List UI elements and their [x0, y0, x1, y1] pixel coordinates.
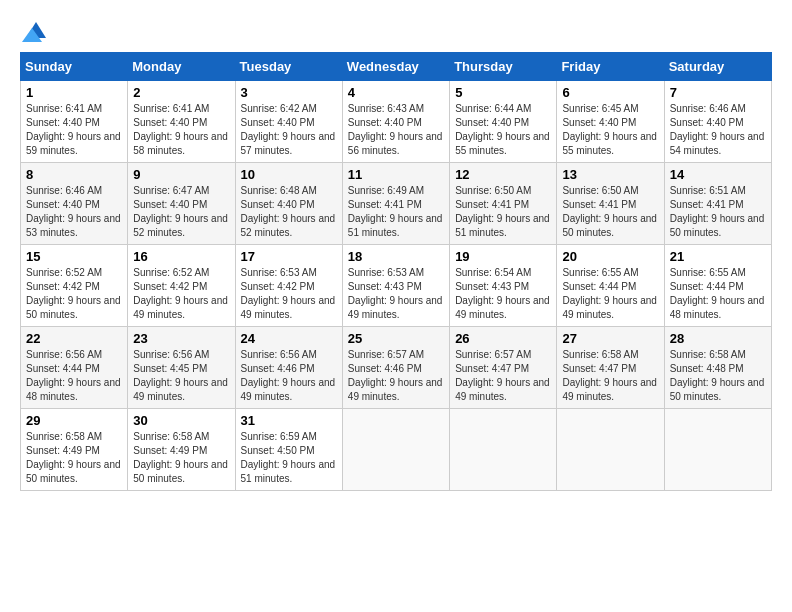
day-number: 23: [133, 331, 229, 346]
day-number: 18: [348, 249, 444, 264]
calendar-header-row: SundayMondayTuesdayWednesdayThursdayFrid…: [21, 53, 772, 81]
calendar-cell: 31 Sunrise: 6:59 AM Sunset: 4:50 PM Dayl…: [235, 409, 342, 491]
day-info: Sunrise: 6:52 AM Sunset: 4:42 PM Dayligh…: [133, 266, 229, 322]
calendar-cell: 1 Sunrise: 6:41 AM Sunset: 4:40 PM Dayli…: [21, 81, 128, 163]
calendar-cell: 21 Sunrise: 6:55 AM Sunset: 4:44 PM Dayl…: [664, 245, 771, 327]
day-number: 2: [133, 85, 229, 100]
day-info: Sunrise: 6:56 AM Sunset: 4:45 PM Dayligh…: [133, 348, 229, 404]
calendar-cell: 8 Sunrise: 6:46 AM Sunset: 4:40 PM Dayli…: [21, 163, 128, 245]
day-number: 6: [562, 85, 658, 100]
logo-arrow-icon: [22, 20, 50, 42]
day-number: 19: [455, 249, 551, 264]
calendar-week-row: 29 Sunrise: 6:58 AM Sunset: 4:49 PM Dayl…: [21, 409, 772, 491]
day-info: Sunrise: 6:55 AM Sunset: 4:44 PM Dayligh…: [562, 266, 658, 322]
calendar-week-row: 8 Sunrise: 6:46 AM Sunset: 4:40 PM Dayli…: [21, 163, 772, 245]
calendar-cell: 17 Sunrise: 6:53 AM Sunset: 4:42 PM Dayl…: [235, 245, 342, 327]
day-info: Sunrise: 6:53 AM Sunset: 4:43 PM Dayligh…: [348, 266, 444, 322]
day-info: Sunrise: 6:42 AM Sunset: 4:40 PM Dayligh…: [241, 102, 337, 158]
day-header-wednesday: Wednesday: [342, 53, 449, 81]
calendar-cell: [664, 409, 771, 491]
day-info: Sunrise: 6:46 AM Sunset: 4:40 PM Dayligh…: [26, 184, 122, 240]
calendar-cell: 25 Sunrise: 6:57 AM Sunset: 4:46 PM Dayl…: [342, 327, 449, 409]
calendar-cell: 24 Sunrise: 6:56 AM Sunset: 4:46 PM Dayl…: [235, 327, 342, 409]
day-header-tuesday: Tuesday: [235, 53, 342, 81]
calendar-week-row: 22 Sunrise: 6:56 AM Sunset: 4:44 PM Dayl…: [21, 327, 772, 409]
day-info: Sunrise: 6:52 AM Sunset: 4:42 PM Dayligh…: [26, 266, 122, 322]
day-number: 7: [670, 85, 766, 100]
day-number: 20: [562, 249, 658, 264]
day-info: Sunrise: 6:47 AM Sunset: 4:40 PM Dayligh…: [133, 184, 229, 240]
day-number: 29: [26, 413, 122, 428]
calendar-cell: 30 Sunrise: 6:58 AM Sunset: 4:49 PM Dayl…: [128, 409, 235, 491]
calendar-cell: 2 Sunrise: 6:41 AM Sunset: 4:40 PM Dayli…: [128, 81, 235, 163]
day-info: Sunrise: 6:59 AM Sunset: 4:50 PM Dayligh…: [241, 430, 337, 486]
calendar-cell: 23 Sunrise: 6:56 AM Sunset: 4:45 PM Dayl…: [128, 327, 235, 409]
day-number: 24: [241, 331, 337, 346]
calendar-cell: 5 Sunrise: 6:44 AM Sunset: 4:40 PM Dayli…: [450, 81, 557, 163]
calendar-cell: 13 Sunrise: 6:50 AM Sunset: 4:41 PM Dayl…: [557, 163, 664, 245]
day-info: Sunrise: 6:56 AM Sunset: 4:44 PM Dayligh…: [26, 348, 122, 404]
day-header-saturday: Saturday: [664, 53, 771, 81]
calendar-cell: 26 Sunrise: 6:57 AM Sunset: 4:47 PM Dayl…: [450, 327, 557, 409]
day-info: Sunrise: 6:57 AM Sunset: 4:47 PM Dayligh…: [455, 348, 551, 404]
calendar-table: SundayMondayTuesdayWednesdayThursdayFrid…: [20, 52, 772, 491]
day-number: 4: [348, 85, 444, 100]
day-number: 13: [562, 167, 658, 182]
day-number: 11: [348, 167, 444, 182]
day-info: Sunrise: 6:45 AM Sunset: 4:40 PM Dayligh…: [562, 102, 658, 158]
calendar-week-row: 1 Sunrise: 6:41 AM Sunset: 4:40 PM Dayli…: [21, 81, 772, 163]
day-number: 1: [26, 85, 122, 100]
day-number: 30: [133, 413, 229, 428]
calendar-cell: [342, 409, 449, 491]
calendar-cell: 7 Sunrise: 6:46 AM Sunset: 4:40 PM Dayli…: [664, 81, 771, 163]
day-header-monday: Monday: [128, 53, 235, 81]
calendar-cell: 28 Sunrise: 6:58 AM Sunset: 4:48 PM Dayl…: [664, 327, 771, 409]
calendar-cell: 3 Sunrise: 6:42 AM Sunset: 4:40 PM Dayli…: [235, 81, 342, 163]
calendar-cell: [450, 409, 557, 491]
day-number: 14: [670, 167, 766, 182]
day-info: Sunrise: 6:56 AM Sunset: 4:46 PM Dayligh…: [241, 348, 337, 404]
day-number: 31: [241, 413, 337, 428]
calendar-cell: 29 Sunrise: 6:58 AM Sunset: 4:49 PM Dayl…: [21, 409, 128, 491]
calendar-cell: 14 Sunrise: 6:51 AM Sunset: 4:41 PM Dayl…: [664, 163, 771, 245]
day-number: 12: [455, 167, 551, 182]
day-info: Sunrise: 6:50 AM Sunset: 4:41 PM Dayligh…: [455, 184, 551, 240]
calendar-cell: 4 Sunrise: 6:43 AM Sunset: 4:40 PM Dayli…: [342, 81, 449, 163]
day-info: Sunrise: 6:48 AM Sunset: 4:40 PM Dayligh…: [241, 184, 337, 240]
day-number: 8: [26, 167, 122, 182]
calendar-cell: 18 Sunrise: 6:53 AM Sunset: 4:43 PM Dayl…: [342, 245, 449, 327]
day-number: 21: [670, 249, 766, 264]
day-info: Sunrise: 6:58 AM Sunset: 4:49 PM Dayligh…: [133, 430, 229, 486]
day-info: Sunrise: 6:49 AM Sunset: 4:41 PM Dayligh…: [348, 184, 444, 240]
day-info: Sunrise: 6:41 AM Sunset: 4:40 PM Dayligh…: [133, 102, 229, 158]
day-info: Sunrise: 6:53 AM Sunset: 4:42 PM Dayligh…: [241, 266, 337, 322]
page-header: [20, 20, 772, 42]
day-number: 27: [562, 331, 658, 346]
day-number: 15: [26, 249, 122, 264]
calendar-cell: 10 Sunrise: 6:48 AM Sunset: 4:40 PM Dayl…: [235, 163, 342, 245]
calendar-cell: 12 Sunrise: 6:50 AM Sunset: 4:41 PM Dayl…: [450, 163, 557, 245]
day-number: 26: [455, 331, 551, 346]
calendar-cell: 20 Sunrise: 6:55 AM Sunset: 4:44 PM Dayl…: [557, 245, 664, 327]
day-number: 10: [241, 167, 337, 182]
day-header-thursday: Thursday: [450, 53, 557, 81]
calendar-cell: [557, 409, 664, 491]
day-info: Sunrise: 6:46 AM Sunset: 4:40 PM Dayligh…: [670, 102, 766, 158]
day-number: 9: [133, 167, 229, 182]
day-info: Sunrise: 6:58 AM Sunset: 4:49 PM Dayligh…: [26, 430, 122, 486]
calendar-cell: 27 Sunrise: 6:58 AM Sunset: 4:47 PM Dayl…: [557, 327, 664, 409]
calendar-cell: 11 Sunrise: 6:49 AM Sunset: 4:41 PM Dayl…: [342, 163, 449, 245]
day-number: 17: [241, 249, 337, 264]
day-number: 28: [670, 331, 766, 346]
day-info: Sunrise: 6:41 AM Sunset: 4:40 PM Dayligh…: [26, 102, 122, 158]
day-header-sunday: Sunday: [21, 53, 128, 81]
calendar-cell: 6 Sunrise: 6:45 AM Sunset: 4:40 PM Dayli…: [557, 81, 664, 163]
calendar-cell: 9 Sunrise: 6:47 AM Sunset: 4:40 PM Dayli…: [128, 163, 235, 245]
day-number: 3: [241, 85, 337, 100]
day-info: Sunrise: 6:44 AM Sunset: 4:40 PM Dayligh…: [455, 102, 551, 158]
day-info: Sunrise: 6:54 AM Sunset: 4:43 PM Dayligh…: [455, 266, 551, 322]
day-info: Sunrise: 6:57 AM Sunset: 4:46 PM Dayligh…: [348, 348, 444, 404]
day-number: 16: [133, 249, 229, 264]
calendar-week-row: 15 Sunrise: 6:52 AM Sunset: 4:42 PM Dayl…: [21, 245, 772, 327]
day-info: Sunrise: 6:55 AM Sunset: 4:44 PM Dayligh…: [670, 266, 766, 322]
